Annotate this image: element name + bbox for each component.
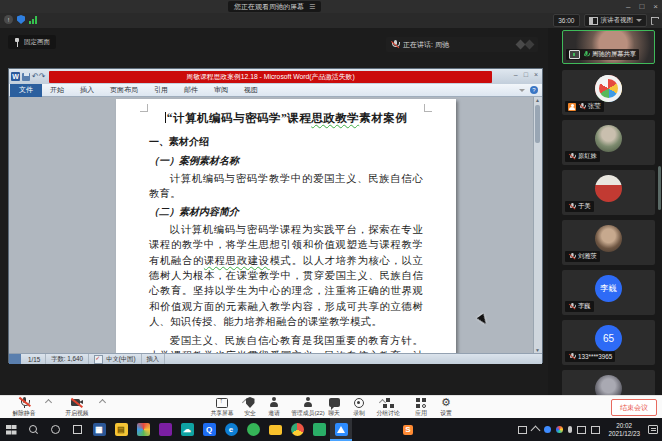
taskbar-app-calculator[interactable]: ▦ bbox=[88, 418, 110, 441]
tab-review[interactable]: 审阅 bbox=[206, 85, 236, 95]
word-restore-button[interactable]: □ bbox=[524, 71, 528, 78]
speaking-text: 正在讲话: 周驰 bbox=[403, 40, 449, 50]
ribbon-collapse-icon[interactable] bbox=[519, 89, 525, 92]
sidebar-scrollbar[interactable] bbox=[658, 166, 661, 210]
quick-access-toolbar[interactable]: W ↶↷ bbox=[9, 72, 45, 81]
taskbar-app-purple[interactable] bbox=[154, 418, 176, 441]
participant-tile[interactable]: 65 133****3965 bbox=[562, 320, 655, 365]
taskbar-app-quark[interactable]: Q bbox=[198, 418, 220, 441]
taskbar-app-browser[interactable] bbox=[286, 418, 308, 441]
unmute-options-icon[interactable] bbox=[46, 399, 51, 404]
vertical-scrollbar[interactable]: ▲ ▼ bbox=[533, 97, 542, 353]
tab-insert[interactable]: 插入 bbox=[72, 85, 102, 95]
breakout-icon bbox=[383, 398, 394, 408]
scrollbar-thumb[interactable] bbox=[535, 105, 540, 143]
start-button[interactable] bbox=[0, 418, 22, 441]
taskbar-app-edge[interactable]: e bbox=[220, 418, 242, 441]
cortana-button[interactable] bbox=[44, 418, 66, 441]
tab-view[interactable]: 视图 bbox=[236, 85, 266, 95]
doc-paragraph-3: 爱国主义、民族自信心教育是我国重要的教育方针。大学课程教学也应当贯彻爱国主义、民… bbox=[149, 333, 423, 353]
video-options-icon[interactable] bbox=[100, 399, 105, 404]
taskbar-app-sunlogin[interactable]: S bbox=[397, 418, 419, 441]
scroll-up-icon[interactable]: ▲ bbox=[535, 97, 540, 103]
word-window: W ↶↷ 周敏课程思政案例12.18 - Microsoft Word(产品激活… bbox=[8, 68, 543, 363]
tray-expand-icon[interactable] bbox=[531, 426, 541, 436]
ribbon-tab-bar: 文件 开始 插入 页面布局 引用 邮件 审阅 视图 ? bbox=[9, 84, 542, 97]
mic-muted-icon bbox=[569, 303, 575, 310]
doc-heading-2a: （一）案例素材名称 bbox=[149, 154, 423, 168]
mic-muted-icon bbox=[569, 203, 575, 210]
tray-display-icon[interactable] bbox=[577, 426, 586, 434]
status-corner bbox=[9, 354, 21, 364]
security-shield-icon[interactable] bbox=[17, 15, 25, 24]
participant-tile[interactable]: 刘雅茨 bbox=[562, 220, 655, 265]
search-button[interactable] bbox=[22, 418, 44, 441]
participant-chip: 张莹 bbox=[565, 101, 604, 112]
end-meeting-button[interactable]: 结束会议 bbox=[611, 399, 657, 416]
taskbar-app-cloud[interactable]: ☁ bbox=[176, 418, 198, 441]
spellcheck-status[interactable]: 中文(中国) bbox=[89, 354, 141, 364]
taskbar-app-meeting-active[interactable] bbox=[330, 418, 352, 441]
file-explorer-button[interactable] bbox=[264, 418, 286, 441]
tray-screen-icon[interactable] bbox=[518, 426, 527, 434]
cloud-app-icon: ☁ bbox=[181, 423, 194, 436]
participant-tile[interactable]: 原红姝 bbox=[562, 120, 655, 165]
participant-tile[interactable]: 李巍 李巍 bbox=[562, 270, 655, 315]
close-button[interactable]: × bbox=[653, 2, 658, 11]
toolbar-start-video[interactable]: 开启视频 bbox=[55, 397, 99, 418]
taskbar-clock[interactable]: 20:02 2021/12/23 bbox=[605, 422, 643, 437]
participant-name: 原红姝 bbox=[578, 152, 597, 161]
tab-file[interactable]: 文件 bbox=[10, 84, 42, 97]
word-count[interactable]: 字数: 1,640 bbox=[46, 354, 89, 364]
pin-view-button[interactable]: 固定画面 bbox=[8, 35, 56, 49]
tab-page-layout[interactable]: 页面布局 bbox=[102, 85, 146, 95]
taskbar-app-wechat[interactable] bbox=[308, 418, 330, 441]
tray-color-icon[interactable] bbox=[556, 426, 563, 433]
help-icon[interactable]: ? bbox=[530, 86, 538, 94]
doc-paragraph-2: 以计算机编码与密码学课程为实践平台，探索在专业课程的教学中，将学生思想引领和价值… bbox=[149, 222, 423, 330]
undo-redo-icons[interactable]: ↶↷ bbox=[32, 72, 45, 81]
tray-network-icon[interactable] bbox=[591, 426, 600, 434]
doc-paragraph-1: 计算机编码与密码学教学中的爱国主义、民族自信心教育。 bbox=[149, 171, 423, 202]
watermark-logo-icon bbox=[517, 41, 533, 48]
participant-tile-sharing[interactable]: 周驰的屏幕共享 bbox=[562, 30, 655, 64]
system-tray: 20:02 2021/12/23 bbox=[518, 422, 662, 437]
tab-references[interactable]: 引用 bbox=[146, 85, 176, 95]
insert-mode[interactable]: 插入 bbox=[142, 354, 166, 364]
participant-chip: 李巍 bbox=[565, 301, 594, 312]
participant-tile[interactable]: 张莹 bbox=[562, 70, 655, 115]
toolbar-unmute[interactable]: 解除静音 bbox=[2, 397, 46, 418]
taskbar-app-notes[interactable]: ▤ bbox=[110, 418, 132, 441]
tray-mic-icon[interactable] bbox=[568, 426, 572, 433]
view-mode-button[interactable]: 演讲者视图 bbox=[584, 14, 648, 27]
tab-home[interactable]: 开始 bbox=[42, 85, 72, 95]
maximize-button[interactable]: □ bbox=[639, 2, 644, 11]
taskbar-app-photos[interactable] bbox=[132, 418, 154, 441]
fullscreen-icon[interactable] bbox=[651, 17, 659, 25]
participant-tile[interactable]: 于美 bbox=[562, 170, 655, 215]
page-indicator[interactable]: 1/15 bbox=[23, 354, 46, 364]
task-view-button[interactable] bbox=[66, 418, 88, 441]
participant-chip: 刘雅茨 bbox=[565, 251, 600, 262]
mic-muted-icon bbox=[19, 397, 29, 408]
document-page[interactable]: “计算机编码与密码学”课程思政教学素材案例 一、素材介绍 （一）案例素材名称 计… bbox=[116, 99, 456, 353]
layout-icon bbox=[589, 17, 598, 25]
title-bar: 您正在观看周驰的屏幕 ☰ – □ × bbox=[0, 0, 662, 13]
minimize-button[interactable]: – bbox=[626, 2, 630, 11]
tab-mailings[interactable]: 邮件 bbox=[176, 85, 206, 95]
watching-banner[interactable]: 您正在观看周驰的屏幕 ☰ bbox=[228, 1, 321, 12]
screen-share-icon bbox=[569, 50, 580, 59]
participant-chip: 原红姝 bbox=[565, 151, 600, 162]
meeting-info-icon[interactable]: ! bbox=[4, 15, 13, 24]
taskbar-app-green[interactable] bbox=[242, 418, 264, 441]
pin-label: 固定画面 bbox=[24, 38, 50, 47]
toolbar-settings[interactable]: ⚙ 设置 bbox=[424, 397, 468, 418]
word-minimize-button[interactable]: – bbox=[514, 71, 518, 78]
save-icon[interactable] bbox=[22, 73, 30, 81]
tray-blue-icon[interactable] bbox=[544, 426, 551, 433]
word-close-button[interactable]: × bbox=[534, 71, 538, 78]
invite-person-icon bbox=[269, 397, 280, 408]
wechat-icon bbox=[313, 423, 326, 436]
notification-center-icon[interactable] bbox=[648, 425, 658, 434]
banner-menu-icon[interactable]: ☰ bbox=[309, 1, 315, 12]
